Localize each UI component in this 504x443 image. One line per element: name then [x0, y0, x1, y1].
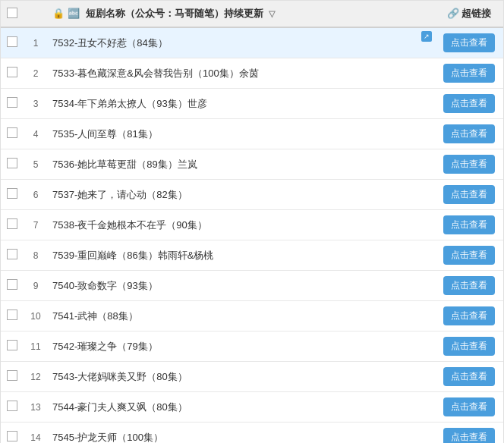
row-checkbox-cell	[1, 119, 24, 149]
row-link-cell: 点击查看	[435, 27, 503, 58]
row-checkbox[interactable]	[7, 249, 17, 259]
num-column-header	[24, 1, 48, 27]
row-title: 7540-致命数字（93集）	[48, 271, 435, 301]
row-number: 4	[24, 119, 48, 149]
row-link-cell: 点击查看	[435, 362, 503, 392]
row-checkbox[interactable]	[7, 97, 17, 108]
main-table-container: 🔒 🔤 短剧名称（公众号：马哥随笔）持续更新 ▽ 🔗 超链接 17532-丑女不…	[0, 0, 504, 443]
view-button[interactable]: 点击查看	[443, 276, 495, 295]
row-link-cell: 点击查看	[435, 271, 503, 301]
view-button[interactable]: 点击查看	[443, 337, 495, 356]
row-title: 7537-她来了，请心动（82集）	[48, 180, 435, 210]
row-checkbox-cell	[1, 423, 24, 444]
table-row: 27533-暮色藏深意&风会替我告别（100集）余茵点击查看	[1, 58, 503, 89]
row-checkbox-cell	[1, 210, 24, 240]
row-checkbox[interactable]	[7, 158, 17, 168]
table-row: 67537-她来了，请心动（82集）点击查看	[1, 180, 503, 210]
table-row: 127543-大佬妈咪美又野（80集）点击查看	[1, 362, 503, 392]
row-link-cell: 点击查看	[435, 180, 503, 210]
row-title: 7545-护龙天师（100集）	[48, 423, 435, 444]
row-link-cell: 点击查看	[435, 301, 503, 331]
row-checkbox-cell	[1, 149, 24, 180]
view-button[interactable]: 点击查看	[443, 64, 495, 83]
row-title: 7535-人间至尊（81集）	[48, 119, 435, 149]
view-button[interactable]: 点击查看	[443, 367, 495, 386]
row-checkbox-cell	[1, 89, 24, 119]
table-row: 117542-璀璨之争（79集）点击查看	[1, 331, 503, 362]
table-row: 97540-致命数字（93集）点击查看	[1, 271, 503, 301]
data-table: 🔒 🔤 短剧名称（公众号：马哥随笔）持续更新 ▽ 🔗 超链接 17532-丑女不…	[1, 1, 503, 443]
row-checkbox-cell	[1, 301, 24, 331]
row-checkbox[interactable]	[7, 401, 17, 411]
row-number: 12	[24, 362, 48, 392]
header-icons: 🔒 🔤	[52, 8, 80, 19]
row-title: 7544-豪门夫人爽又飒（80集）	[48, 392, 435, 423]
filter-icon[interactable]: ▽	[269, 9, 275, 19]
row-number: 9	[24, 271, 48, 301]
row-checkbox[interactable]	[7, 36, 17, 47]
view-button[interactable]: 点击查看	[443, 33, 495, 52]
title-column-label: 短剧名称（公众号：马哥随笔）持续更新	[86, 8, 263, 19]
row-checkbox-cell	[1, 271, 24, 301]
view-button[interactable]: 点击查看	[443, 94, 495, 113]
view-button[interactable]: 点击查看	[443, 215, 495, 234]
row-number: 10	[24, 301, 48, 331]
row-title: 7538-夜千金她根本不在乎（90集）	[48, 210, 435, 240]
row-checkbox[interactable]	[7, 431, 17, 441]
view-button[interactable]: 点击查看	[443, 428, 495, 443]
row-title: 7539-重回巅峰（86集）韩雨轩&杨桃	[48, 240, 435, 271]
table-row: 77538-夜千金她根本不在乎（90集）点击查看	[1, 210, 503, 240]
external-link-icon[interactable]: ↗	[421, 31, 432, 42]
row-checkbox-cell	[1, 27, 24, 58]
row-link-cell: 点击查看	[435, 240, 503, 271]
row-number: 11	[24, 331, 48, 362]
row-number: 3	[24, 89, 48, 119]
view-button[interactable]: 点击查看	[443, 397, 495, 416]
row-checkbox[interactable]	[7, 67, 17, 77]
row-number: 1	[24, 27, 48, 58]
title-column-header: 🔒 🔤 短剧名称（公众号：马哥随笔）持续更新 ▽	[48, 1, 435, 27]
table-row: 47535-人间至尊（81集）点击查看	[1, 119, 503, 149]
table-row: 17532-丑女不好惹（84集）↗点击查看	[1, 27, 503, 58]
text-icon: 🔤	[68, 8, 80, 19]
view-button[interactable]: 点击查看	[443, 155, 495, 174]
row-title: 7543-大佬妈咪美又野（80集）	[48, 362, 435, 392]
row-checkbox-cell	[1, 331, 24, 362]
row-link-cell: 点击查看	[435, 149, 503, 180]
link-chain-icon: 🔗	[447, 8, 459, 19]
row-checkbox[interactable]	[7, 340, 17, 350]
view-button[interactable]: 点击查看	[443, 124, 495, 143]
check-column-header[interactable]	[1, 1, 24, 27]
row-title: 7542-璀璨之争（79集）	[48, 331, 435, 362]
row-title: 7541-武神（88集）	[48, 301, 435, 331]
row-checkbox[interactable]	[7, 127, 17, 138]
table-row: 107541-武神（88集）点击查看	[1, 301, 503, 331]
table-row: 87539-重回巅峰（86集）韩雨轩&杨桃点击查看	[1, 240, 503, 271]
row-checkbox[interactable]	[7, 309, 17, 320]
view-button[interactable]: 点击查看	[443, 246, 495, 265]
link-column-header: 🔗 超链接	[435, 1, 503, 27]
row-link-cell: 点击查看	[435, 119, 503, 149]
row-checkbox[interactable]	[7, 370, 17, 381]
row-checkbox-cell	[1, 392, 24, 423]
row-checkbox-cell	[1, 240, 24, 271]
row-title: 7533-暮色藏深意&风会替我告别（100集）余茵	[48, 58, 435, 89]
link-column-label: 超链接	[461, 8, 491, 19]
row-link-cell: 点击查看	[435, 210, 503, 240]
view-button[interactable]: 点击查看	[443, 306, 495, 325]
row-number: 7	[24, 210, 48, 240]
table-row: 147545-护龙天师（100集）点击查看	[1, 423, 503, 444]
table-row: 37534-年下弟弟太撩人（93集）世彦点击查看	[1, 89, 503, 119]
table-header-row: 🔒 🔤 短剧名称（公众号：马哥随笔）持续更新 ▽ 🔗 超链接	[1, 1, 503, 27]
row-checkbox[interactable]	[7, 218, 17, 229]
row-number: 2	[24, 58, 48, 89]
table-row: 57536-她比草莓更甜（89集）兰岚点击查看	[1, 149, 503, 180]
row-checkbox[interactable]	[7, 188, 17, 199]
select-all-checkbox[interactable]	[7, 8, 17, 18]
row-title: 7534-年下弟弟太撩人（93集）世彦	[48, 89, 435, 119]
row-checkbox[interactable]	[7, 279, 17, 290]
row-link-cell: 点击查看	[435, 331, 503, 362]
view-button[interactable]: 点击查看	[443, 185, 495, 204]
row-link-cell: 点击查看	[435, 58, 503, 89]
table-body: 17532-丑女不好惹（84集）↗点击查看27533-暮色藏深意&风会替我告别（…	[1, 27, 503, 443]
